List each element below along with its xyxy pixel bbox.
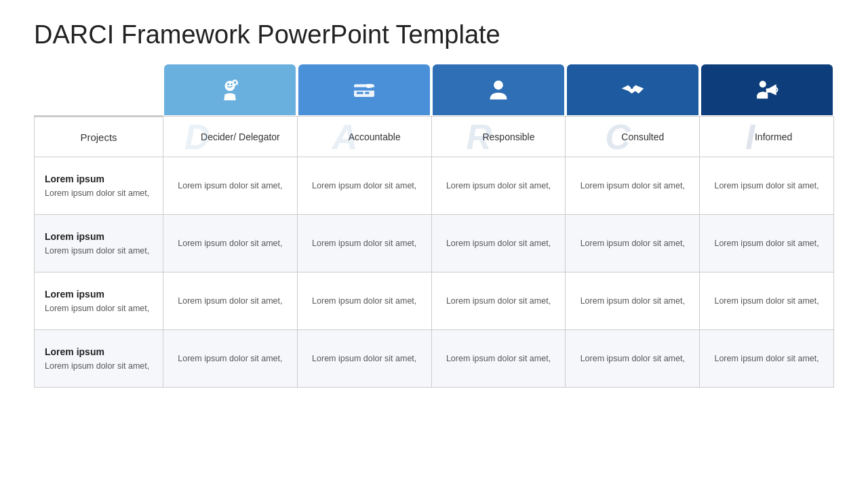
table-row: Lorem ipsumLorem ipsum dolor sit amet,Lo…	[35, 330, 834, 388]
th-r: R Responsible	[431, 117, 566, 157]
svg-rect-5	[235, 79, 235, 81]
icon-cell-c	[567, 64, 698, 115]
th-c: C Consulted	[566, 117, 700, 157]
project-title: Lorem ipsum	[45, 172, 153, 186]
darci-table: Projects D Decider/ Delegator A Accounta…	[34, 115, 834, 388]
project-desc: Lorem ipsum dolor sit amet,	[45, 304, 149, 313]
svg-point-17	[494, 80, 503, 89]
project-cell: Lorem ipsumLorem ipsum dolor sit amet,	[35, 157, 163, 215]
data-cell: Lorem ipsum dolor sit amet,	[700, 215, 834, 272]
data-cell: Lorem ipsum dolor sit amet,	[297, 157, 431, 215]
project-title: Lorem ipsum	[45, 345, 153, 359]
th-a: A Accountable	[297, 117, 431, 157]
icon-cell-r	[433, 64, 564, 115]
project-title: Lorem ipsum	[45, 287, 153, 302]
project-cell: Lorem ipsumLorem ipsum dolor sit amet,	[35, 272, 163, 330]
data-cell: Lorem ipsum dolor sit amet,	[431, 272, 566, 330]
page: DARCI Framework PowerPoint Template	[0, 0, 868, 488]
project-desc: Lorem ipsum dolor sit amet,	[45, 246, 149, 256]
project-desc: Lorem ipsum dolor sit amet,	[45, 188, 149, 198]
data-cell: Lorem ipsum dolor sit amet,	[431, 157, 566, 215]
svg-point-19	[760, 81, 766, 87]
project-cell: Lorem ipsumLorem ipsum dolor sit amet,	[35, 330, 163, 388]
data-cell: Lorem ipsum dolor sit amet,	[431, 215, 566, 272]
svg-point-16	[369, 83, 373, 87]
svg-rect-20	[766, 88, 770, 92]
data-cell: Lorem ipsum dolor sit amet,	[297, 330, 431, 388]
project-desc: Lorem ipsum dolor sit amet,	[45, 361, 149, 371]
page-title: DARCI Framework PowerPoint Template	[34, 20, 834, 49]
data-cell: Lorem ipsum dolor sit amet,	[163, 215, 298, 272]
table-row: Lorem ipsumLorem ipsum dolor sit amet,Lo…	[35, 272, 834, 330]
svg-rect-13	[357, 92, 363, 94]
icon-cell-a	[298, 64, 430, 115]
data-cell: Lorem ipsum dolor sit amet,	[566, 330, 700, 388]
icon-cell-i	[701, 64, 833, 115]
svg-rect-14	[365, 92, 369, 94]
data-cell: Lorem ipsum dolor sit amet,	[163, 272, 298, 330]
data-cell: Lorem ipsum dolor sit amet,	[297, 272, 431, 330]
project-title: Lorem ipsum	[45, 230, 153, 244]
icon-cell-d	[164, 64, 296, 115]
project-cell: Lorem ipsumLorem ipsum dolor sit amet,	[35, 215, 163, 272]
icon-row	[163, 64, 834, 115]
th-d: D Decider/ Delegator	[163, 117, 298, 157]
svg-point-4	[234, 81, 237, 83]
data-cell: Lorem ipsum dolor sit amet,	[566, 272, 700, 330]
data-cell: Lorem ipsum dolor sit amet,	[163, 157, 298, 215]
data-cell: Lorem ipsum dolor sit amet,	[566, 215, 700, 272]
data-cell: Lorem ipsum dolor sit amet,	[431, 330, 566, 388]
svg-point-18	[631, 86, 633, 89]
data-cell: Lorem ipsum dolor sit amet,	[163, 330, 298, 388]
table-row: Lorem ipsumLorem ipsum dolor sit amet,Lo…	[35, 215, 834, 272]
th-projects: Projects	[35, 117, 163, 157]
header-row: Projects D Decider/ Delegator A Accounta…	[35, 117, 834, 157]
svg-rect-6	[235, 84, 235, 85]
svg-rect-8	[237, 82, 238, 83]
data-cell: Lorem ipsum dolor sit amet,	[297, 215, 431, 272]
data-cell: Lorem ipsum dolor sit amet,	[700, 272, 834, 330]
th-i: I Informed	[700, 117, 834, 157]
table-row: Lorem ipsumLorem ipsum dolor sit amet,Lo…	[35, 157, 834, 215]
svg-point-1	[227, 83, 229, 85]
data-cell: Lorem ipsum dolor sit amet,	[700, 330, 834, 388]
svg-rect-7	[232, 82, 233, 83]
data-cell: Lorem ipsum dolor sit amet,	[700, 157, 834, 215]
data-cell: Lorem ipsum dolor sit amet,	[566, 157, 700, 215]
